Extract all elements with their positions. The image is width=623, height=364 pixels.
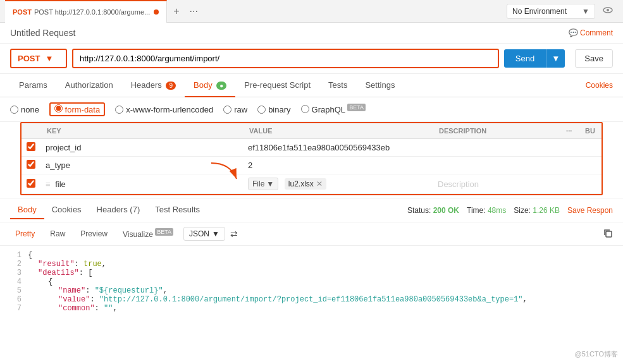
copy-response-button[interactable] [603, 228, 613, 240]
tab-authorization[interactable]: Authorization [56, 74, 122, 97]
radio-form-data[interactable]: form-data [49, 102, 105, 116]
response-tabs: Body Cookies Headers (7) Test Results St… [0, 198, 623, 222]
row3-more [560, 174, 579, 194]
format-icon-button[interactable]: ⇄ [230, 229, 238, 239]
response-format-bar: Pretty Raw Preview Visualize BETA JSON ▼… [0, 222, 623, 246]
radio-graphql[interactable]: GraphQL BETA [301, 104, 366, 114]
cookies-link[interactable]: Cookies [586, 81, 613, 90]
new-tab-button[interactable]: + [167, 6, 185, 17]
col-check [22, 123, 40, 139]
row3-checkbox[interactable] [27, 179, 35, 188]
row2-check-cell[interactable] [22, 157, 40, 174]
headers-badge: 9 [166, 82, 176, 90]
format-type-selector[interactable]: JSON ▼ [183, 227, 225, 241]
active-tab[interactable]: POST POST http://127.0.0.1:8000/argume..… [5, 0, 167, 23]
time-label: Time: 48ms [467, 206, 506, 215]
json-output: 1 { 2 "result": true, 3 "deatils": [ 4 {… [0, 246, 623, 322]
form-data-section: KEY VALUE DESCRIPTION ··· Bu project_id … [0, 122, 623, 195]
file-chip: lu2.xlsx ✕ [285, 178, 326, 190]
url-bar: POST ▼ Send ▼ Save [0, 44, 623, 74]
format-tab-visualize[interactable]: Visualize BETA [118, 226, 178, 241]
radio-urlencoded[interactable]: x-www-form-urlencoded [115, 105, 213, 114]
save-response-button[interactable]: Save Respon [567, 206, 613, 215]
file-chip-area: lu2.xlsx ✕ [285, 179, 326, 188]
radio-binary[interactable]: binary [257, 105, 290, 114]
send-dropdown-button[interactable]: ▼ [546, 49, 565, 68]
row3-check-cell[interactable] [22, 174, 40, 194]
save-button[interactable]: Save [575, 49, 613, 68]
row3-value-cell: File ▼ lu2.xlsx ✕ [243, 174, 433, 194]
method-selector[interactable]: POST ▼ [10, 49, 67, 68]
row1-key-cell[interactable]: project_id [40, 139, 243, 157]
row2-key-cell[interactable]: a_type [40, 157, 243, 174]
resp-tab-body[interactable]: Body [10, 201, 44, 219]
environment-selector[interactable]: No Environment ▼ [507, 4, 595, 19]
format-tab-pretty[interactable]: Pretty [10, 227, 40, 241]
send-button[interactable]: Send [504, 49, 546, 68]
tab-right-area: No Environment ▼ [507, 3, 618, 20]
radio-raw[interactable]: raw [223, 105, 247, 114]
eye-button[interactable] [598, 3, 618, 20]
tab-settings[interactable]: Settings [356, 74, 404, 97]
table-header-row: KEY VALUE DESCRIPTION ··· Bu [22, 123, 601, 139]
time-value: 48ms [488, 206, 506, 215]
file-remove-button[interactable]: ✕ [316, 179, 323, 188]
tab-params[interactable]: Params [10, 74, 56, 97]
json-line-5: 5 "name": "${requesturl}", [10, 286, 613, 295]
row1-checkbox[interactable] [27, 142, 35, 151]
request-title-bar: Untitled Request 💬 Comment [0, 23, 623, 44]
form-table: KEY VALUE DESCRIPTION ··· Bu project_id … [22, 123, 601, 194]
resp-tab-headers[interactable]: Headers (7) [89, 201, 148, 219]
status-value: 200 OK [433, 206, 459, 215]
row2-value: 2 [248, 161, 252, 170]
row2-bulk [579, 157, 601, 174]
row1-check-cell[interactable] [22, 139, 40, 157]
request-title: Untitled Request [10, 28, 569, 38]
response-status-area: Status: 200 OK Time: 48ms Size: 1.26 KB … [407, 206, 613, 215]
format-type-arrow: ▼ [212, 229, 219, 238]
json-line-6: 6 "value": "http://127.0.0.1:8000/argume… [10, 295, 613, 304]
file-name: lu2.xlsx [288, 179, 314, 188]
svg-rect-3 [606, 231, 612, 237]
radio-none[interactable]: none [10, 105, 39, 114]
tab-tests[interactable]: Tests [319, 74, 356, 97]
format-type-label: JSON [189, 229, 209, 238]
tab-headers[interactable]: Headers 9 [122, 74, 185, 97]
tab-url-label: POST http://127.0.0.1:8000/argume... [34, 8, 150, 16]
col-value: VALUE [243, 123, 433, 139]
url-input[interactable] [72, 49, 499, 68]
request-tabs: Params Authorization Headers 9 Body ● Pr… [0, 74, 623, 97]
row2-checkbox[interactable] [27, 160, 35, 169]
row1-key: project_id [46, 143, 81, 152]
row1-desc-cell[interactable] [433, 139, 560, 157]
row2-value-cell[interactable]: 2 [243, 157, 433, 174]
copy-icon [603, 228, 613, 238]
col-key: KEY [40, 123, 243, 139]
row2-desc-cell[interactable] [433, 157, 560, 174]
json-line-4: 4 { [10, 277, 613, 286]
body-type-bar: none form-data x-www-form-urlencoded raw… [0, 97, 623, 122]
format-tab-raw[interactable]: Raw [45, 227, 70, 241]
row3-key-cell[interactable]: ≡ file [40, 174, 243, 194]
file-type-selector[interactable]: File ▼ [248, 178, 278, 190]
json-line-3: 3 "deatils": [ [10, 269, 613, 277]
row1-value-cell[interactable]: ef11806e1fa511ea980a0050569433eb [243, 139, 433, 157]
row3-desc-cell[interactable]: Description [433, 174, 560, 194]
env-arrow: ▼ [582, 7, 589, 16]
json-line-1: 1 { [10, 251, 613, 260]
status-label: Status: 200 OK [407, 206, 459, 215]
row2-more [560, 157, 579, 174]
row2-key: a_type [46, 161, 70, 170]
format-tab-preview[interactable]: Preview [75, 227, 113, 241]
file-type-arrow: ▼ [266, 179, 274, 188]
resp-tab-test-results[interactable]: Test Results [147, 201, 207, 219]
tab-body[interactable]: Body ● [185, 74, 235, 97]
tab-pre-request[interactable]: Pre-request Script [235, 74, 319, 97]
row3-key: file [55, 179, 66, 189]
comment-button[interactable]: 💬 Comment [569, 28, 613, 37]
resp-tab-cookies[interactable]: Cookies [44, 201, 89, 219]
row1-bulk [579, 139, 601, 157]
tab-more-button[interactable]: ··· [186, 6, 202, 17]
json-line-7: 7 "common": "", [10, 304, 613, 313]
table-row: a_type 2 [22, 157, 601, 174]
